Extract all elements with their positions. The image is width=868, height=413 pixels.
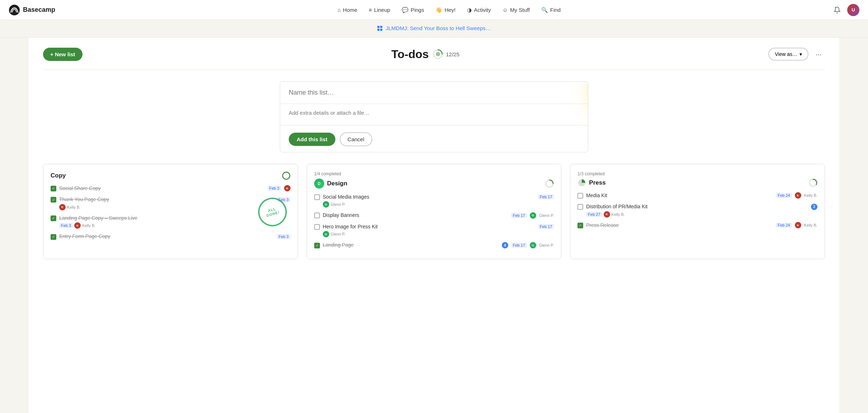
- activity-icon: ◑: [467, 7, 472, 13]
- todo-date: Feb 3: [59, 223, 73, 228]
- chevron-down-icon: ▾: [799, 51, 802, 57]
- design-avatar: D: [314, 179, 324, 189]
- assignee-name: Glenn P.: [331, 232, 345, 236]
- todo-text: Hero Image for Press Kit: [323, 223, 535, 231]
- list-card-copy: Copy ALLDONE! ✓ Social Share Copy Feb 3 …: [43, 164, 298, 259]
- todo-checkbox[interactable]: [577, 193, 583, 199]
- todo-text: Thank You Page Copy: [59, 196, 274, 203]
- assignee-avatar: G: [530, 212, 536, 219]
- todo-date: Feb 24: [776, 193, 792, 198]
- assignee-name: Kelly B.: [67, 205, 80, 209]
- lists-grid: Copy ALLDONE! ✓ Social Share Copy Feb 3 …: [43, 164, 825, 266]
- svg-rect-4: [377, 29, 379, 31]
- todo-social-share: ✓ Social Share Copy Feb 3 K: [51, 185, 291, 192]
- todo-checkbox[interactable]: ✓: [51, 186, 56, 191]
- header-actions: View as… ▾ ···: [768, 48, 825, 61]
- press-progress-ring: [809, 179, 817, 187]
- nav-find-label: Find: [550, 7, 561, 13]
- progress-text: 12/25: [446, 51, 459, 57]
- todo-date: Feb 3: [268, 186, 281, 191]
- progress-circle-icon: [433, 49, 443, 59]
- design-progress-ring: [545, 179, 554, 188]
- nav-right: U: [831, 4, 859, 16]
- todo-text: Landing Page Copy – Sweeps Live: [59, 215, 291, 222]
- todo-date: Feb 24: [776, 223, 792, 228]
- list-design-title: Design: [327, 180, 348, 187]
- todo-text: Entry Form Page Copy: [59, 233, 274, 240]
- breadcrumb-bar: JLMDMJ: Send Your Boss to Hell Sweeps…: [0, 20, 868, 38]
- assignee-name: Glenn P.: [331, 202, 345, 206]
- todo-text: Press Release: [586, 222, 773, 229]
- new-list-button[interactable]: + New list: [43, 48, 82, 61]
- svg-point-0: [9, 5, 20, 15]
- press-completion: 1/3 completed: [577, 171, 817, 176]
- breadcrumb-link[interactable]: JLMDMJ: Send Your Boss to Hell Sweeps…: [377, 25, 491, 31]
- press-progress-icon: [577, 179, 586, 187]
- add-list-button[interactable]: Add this list: [289, 133, 335, 146]
- list-card-press-header: Press: [577, 179, 817, 187]
- assignee-avatar: G: [530, 242, 536, 248]
- todo-entry-form: ✓ Entry Form Page Copy Feb 3: [51, 233, 291, 240]
- form-name-row: Use a to-do list template…: [280, 82, 588, 104]
- assignee-name: Kelly B.: [612, 212, 625, 217]
- assignee-name: Glenn P.: [539, 243, 554, 247]
- nav-mystuff[interactable]: ☺ My Stuff: [497, 4, 535, 16]
- todo-checkbox[interactable]: ✓: [51, 197, 56, 203]
- todo-display-banners: Display Banners Feb 17 G Glenn P.: [314, 212, 554, 219]
- todo-checkbox[interactable]: ✓: [51, 234, 56, 240]
- todo-text: Distribution of PR/Media Kit: [586, 203, 807, 210]
- nav-lineup[interactable]: ≡ Lineup: [364, 4, 395, 16]
- template-link-area: Use a to-do list template…: [509, 85, 588, 101]
- assignee-avatar: K: [604, 211, 610, 218]
- svg-rect-5: [380, 29, 382, 31]
- more-options-button[interactable]: ···: [812, 48, 825, 61]
- user-avatar[interactable]: U: [847, 4, 859, 16]
- nav-home-label: Home: [343, 7, 357, 13]
- badge-count: 2: [811, 204, 817, 210]
- nav-activity[interactable]: ◑ Activity: [462, 4, 496, 16]
- svg-point-7: [436, 52, 440, 56]
- main-content: + New list To-dos 12/25 View as… ▾ ···: [29, 38, 839, 413]
- assignee-avatar: K: [795, 222, 801, 228]
- badge-count: 4: [502, 242, 508, 248]
- todo-checkbox[interactable]: [314, 224, 320, 230]
- list-details-input[interactable]: [280, 104, 588, 125]
- basecamp-logo-icon: [9, 4, 20, 16]
- nav-hey[interactable]: 👋 Hey!: [430, 4, 461, 16]
- list-copy-title: Copy: [51, 172, 66, 179]
- nav-pings-label: Pings: [411, 7, 424, 13]
- todo-thankyou: ✓ Thank You Page Copy Feb 3 K Kelly B.: [51, 196, 291, 210]
- cancel-button[interactable]: Cancel: [340, 132, 372, 146]
- notifications-bell[interactable]: [831, 4, 843, 16]
- todo-date: Feb 17: [511, 213, 527, 218]
- nav-activity-label: Activity: [474, 7, 491, 13]
- assignee-avatar: G: [323, 231, 329, 237]
- todo-checkbox[interactable]: [577, 204, 583, 210]
- list-card-copy-header: Copy: [51, 171, 291, 180]
- lineup-icon: ≡: [369, 7, 372, 13]
- assignee-name: Glenn P.: [539, 213, 554, 218]
- todo-checkbox[interactable]: ✓: [51, 215, 56, 221]
- todo-text: Display Banners: [323, 212, 508, 219]
- assignee-name: Kelly B.: [804, 193, 817, 198]
- nav-pings[interactable]: 💬 Pings: [397, 4, 429, 16]
- logo[interactable]: Basecamp: [9, 4, 55, 16]
- todo-checkbox[interactable]: [314, 194, 320, 200]
- grid-icon: [377, 25, 383, 31]
- todo-text: Social Share Copy: [59, 185, 265, 192]
- nav-find[interactable]: 🔍 Find: [536, 4, 566, 16]
- nav-mystuff-label: My Stuff: [510, 7, 530, 13]
- nav-home[interactable]: ⌂ Home: [332, 4, 362, 16]
- todo-checkbox[interactable]: ✓: [314, 243, 320, 248]
- todo-checkbox[interactable]: [314, 213, 320, 218]
- progress-indicator: 12/25: [433, 49, 459, 59]
- todo-press-release: ✓ Press Release Feb 24 K Kelly B.: [577, 222, 817, 229]
- view-as-button[interactable]: View as… ▾: [768, 48, 808, 61]
- navigation: Basecamp ⌂ Home ≡ Lineup 💬 Pings 👋 Hey! …: [0, 0, 868, 20]
- todo-checkbox[interactable]: ✓: [577, 223, 583, 228]
- mystuff-icon: ☺: [503, 7, 508, 13]
- assignee-name: Kelly B.: [82, 223, 95, 228]
- todo-hero-image: Hero Image for Press Kit Feb 17 G Glenn …: [314, 223, 554, 238]
- list-card-press: 1/3 completed Press Media Kit: [570, 164, 825, 259]
- svg-point-11: [283, 172, 290, 179]
